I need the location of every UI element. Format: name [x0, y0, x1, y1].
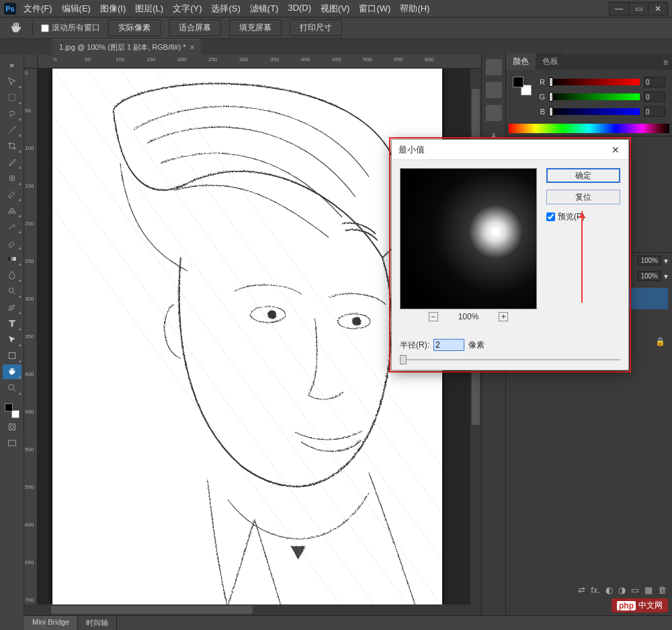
ruler-vertical[interactable]: 0 50 100 150 200 250 300 350 400 450 500…: [24, 69, 38, 604]
g-slider[interactable]: [549, 93, 640, 100]
minimum-filter-dialog: 最小值 ✕ − 100% + 确定 复位 预览(P) 半径(R): 像素: [391, 139, 629, 370]
tab-mini-bridge[interactable]: Mini Bridge: [24, 616, 78, 630]
healing-brush-tool[interactable]: [3, 171, 22, 186]
close-button[interactable]: ✕: [648, 2, 668, 15]
scroll-all-windows-checkbox[interactable]: 滚动所有窗口: [41, 22, 100, 34]
svg-rect-0: [9, 94, 15, 100]
quick-mask-toggle[interactable]: [3, 420, 22, 434]
ruler-tick: 350: [270, 56, 279, 63]
g-input[interactable]: [644, 91, 665, 102]
ruler-tick: 300: [25, 296, 34, 302]
layer-style-icon[interactable]: fx.: [591, 585, 600, 595]
move-tool[interactable]: [3, 74, 22, 89]
zoom-tool[interactable]: [3, 381, 22, 395]
actual-pixels-button[interactable]: 实际像素: [108, 19, 161, 36]
menu-file[interactable]: 文件(F): [20, 1, 56, 17]
path-selection-tool[interactable]: [3, 332, 22, 347]
menu-select[interactable]: 选择(S): [208, 1, 243, 17]
screen-mode-toggle[interactable]: [3, 436, 22, 450]
radius-input[interactable]: [433, 339, 464, 351]
horizontal-scrollbar[interactable]: [24, 604, 481, 615]
menu-3d[interactable]: 3D(D): [284, 1, 314, 17]
svg-point-3: [9, 288, 13, 292]
ok-button[interactable]: 确定: [546, 168, 620, 183]
options-bar: 滚动所有窗口 实际像素 适合屏幕 填充屏幕 打印尺寸: [0, 17, 672, 39]
dialog-close-icon[interactable]: ✕: [610, 144, 622, 156]
opacity-value[interactable]: 100%: [637, 255, 661, 266]
eraser-tool[interactable]: [3, 235, 22, 250]
color-spectrum[interactable]: [509, 124, 669, 133]
ruler-horizontal[interactable]: 0 50 100 150 200 250 300 350 400 450 500…: [38, 55, 481, 69]
zoom-in-button[interactable]: +: [499, 312, 508, 321]
shape-tool[interactable]: [3, 348, 22, 363]
svg-rect-4: [9, 352, 15, 358]
crop-tool[interactable]: [3, 139, 22, 153]
scroll-all-label: 滚动所有窗口: [52, 22, 100, 34]
menu-layer[interactable]: 图层(L): [132, 1, 167, 17]
watermark-prefix: php: [617, 601, 636, 611]
b-slider[interactable]: [549, 108, 640, 115]
lasso-tool[interactable]: [3, 106, 22, 121]
fit-screen-button[interactable]: 适合屏幕: [169, 19, 221, 36]
r-slider[interactable]: [549, 79, 640, 85]
gradient-tool[interactable]: [3, 251, 22, 266]
zoom-out-button[interactable]: −: [429, 312, 438, 321]
dodge-tool[interactable]: [3, 284, 22, 299]
b-input[interactable]: [644, 106, 665, 117]
blur-tool[interactable]: [3, 268, 22, 282]
brush-tool[interactable]: [3, 187, 22, 202]
cancel-button[interactable]: 复位: [546, 190, 620, 204]
document-tab[interactable]: 1.jpg @ 100% (图层 1 副本, RGB/8#) * ×: [52, 39, 201, 55]
panel-menu-icon[interactable]: ≡: [659, 55, 672, 70]
fg-bg-swatch[interactable]: [513, 77, 532, 95]
hand-tool[interactable]: [3, 364, 22, 379]
type-tool[interactable]: [3, 316, 22, 331]
dock-icon[interactable]: [486, 105, 502, 121]
adjustment-icon[interactable]: ◑: [618, 585, 626, 595]
ruler-origin[interactable]: [24, 55, 38, 69]
group-icon[interactable]: ▭: [631, 585, 639, 595]
dock-icon[interactable]: [486, 82, 502, 98]
marquee-tool[interactable]: [3, 90, 22, 105]
menu-view[interactable]: 视图(V): [317, 1, 353, 17]
tab-color[interactable]: 颜色: [506, 53, 536, 70]
menu-image[interactable]: 图像(I): [97, 1, 129, 17]
foreground-background-swatch[interactable]: [3, 403, 22, 418]
pen-tool[interactable]: [3, 300, 22, 315]
fill-value[interactable]: 100%: [637, 271, 661, 281]
filter-preview[interactable]: [400, 168, 537, 309]
delete-layer-icon[interactable]: 🗑: [658, 585, 667, 595]
layers-panel-footer: ⇄ fx. ◐ ◑ ▭ ▦ 🗑: [578, 585, 667, 595]
collapse-toolbox-icon[interactable]: »: [3, 58, 22, 73]
toolbox: »: [0, 55, 24, 615]
link-layers-icon[interactable]: ⇄: [578, 585, 585, 595]
layer-mask-icon[interactable]: ◐: [605, 585, 613, 595]
history-brush-tool[interactable]: [3, 219, 22, 234]
canvas[interactable]: [52, 69, 442, 604]
fill-screen-button[interactable]: 填充屏幕: [229, 19, 282, 36]
clone-stamp-tool[interactable]: [3, 203, 22, 218]
ruler-tick: 0: [54, 56, 56, 63]
ruler-tick: 550: [25, 484, 34, 490]
menu-help[interactable]: 帮助(H): [396, 1, 433, 17]
ruler-tick: 50: [25, 108, 31, 114]
menu-edit[interactable]: 编辑(E): [58, 1, 94, 17]
close-tab-icon[interactable]: ×: [190, 43, 194, 52]
radius-slider[interactable]: [400, 355, 620, 364]
new-layer-icon[interactable]: ▦: [644, 585, 653, 595]
minimize-button[interactable]: —: [609, 2, 629, 15]
eyedropper-tool[interactable]: [3, 155, 22, 169]
preview-zoom: 100%: [458, 312, 479, 321]
magic-wand-tool[interactable]: [3, 122, 22, 137]
print-size-button[interactable]: 打印尺寸: [290, 19, 342, 36]
menu-filter[interactable]: 滤镜(T): [247, 1, 282, 17]
menu-window[interactable]: 窗口(W): [355, 1, 394, 17]
radius-unit: 像素: [468, 340, 485, 351]
menu-type[interactable]: 文字(Y): [169, 1, 205, 17]
maximize-button[interactable]: ▭: [628, 2, 648, 15]
ruler-tick: 100: [25, 145, 34, 151]
tab-timeline[interactable]: 时间轴: [78, 616, 117, 630]
r-input[interactable]: [644, 77, 665, 87]
tab-swatches[interactable]: 色板: [536, 53, 565, 70]
dock-icon[interactable]: [486, 59, 502, 75]
